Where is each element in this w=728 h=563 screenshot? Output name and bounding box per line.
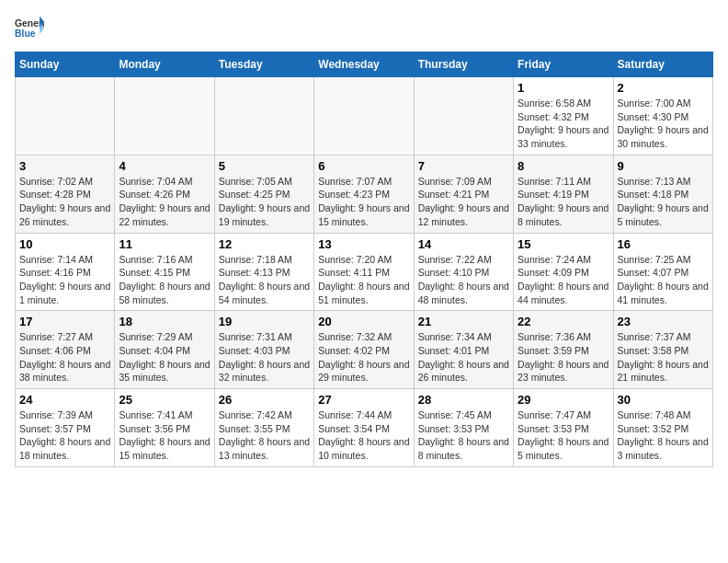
day-info: Sunrise: 7:45 AM Sunset: 3:53 PM Dayligh… bbox=[418, 408, 509, 463]
calendar-cell: 27Sunrise: 7:44 AM Sunset: 3:54 PM Dayli… bbox=[314, 389, 414, 467]
day-info: Sunrise: 7:05 AM Sunset: 4:25 PM Dayligh… bbox=[219, 175, 310, 229]
calendar-cell: 4Sunrise: 7:04 AM Sunset: 4:26 PM Daylig… bbox=[115, 155, 214, 233]
day-info: Sunrise: 7:04 AM Sunset: 4:26 PM Dayligh… bbox=[119, 175, 210, 229]
weekday-header-thursday: Thursday bbox=[414, 52, 513, 77]
day-number: 23 bbox=[618, 315, 709, 328]
day-number: 8 bbox=[518, 159, 609, 173]
day-number: 16 bbox=[618, 237, 709, 251]
day-number: 26 bbox=[219, 393, 310, 407]
day-number: 24 bbox=[19, 393, 110, 407]
day-info: Sunrise: 6:58 AM Sunset: 4:32 PM Dayligh… bbox=[518, 97, 609, 151]
page-header: General Blue bbox=[15, 15, 713, 40]
calendar-cell: 8Sunrise: 7:11 AM Sunset: 4:19 PM Daylig… bbox=[514, 155, 613, 233]
calendar-cell bbox=[16, 77, 115, 155]
weekday-header-monday: Monday bbox=[115, 52, 214, 77]
calendar-cell: 7Sunrise: 7:09 AM Sunset: 4:21 PM Daylig… bbox=[414, 155, 513, 233]
calendar-table: SundayMondayTuesdayWednesdayThursdayFrid… bbox=[15, 52, 713, 467]
calendar-cell: 11Sunrise: 7:16 AM Sunset: 4:15 PM Dayli… bbox=[115, 233, 214, 311]
calendar-cell: 15Sunrise: 7:24 AM Sunset: 4:09 PM Dayli… bbox=[514, 233, 613, 311]
logo: General Blue bbox=[15, 15, 44, 40]
day-number: 4 bbox=[119, 159, 210, 173]
calendar-cell: 28Sunrise: 7:45 AM Sunset: 3:53 PM Dayli… bbox=[414, 389, 513, 467]
calendar-body: 1Sunrise: 6:58 AM Sunset: 4:32 PM Daylig… bbox=[16, 77, 713, 467]
day-number: 20 bbox=[318, 315, 409, 328]
day-info: Sunrise: 7:42 AM Sunset: 3:55 PM Dayligh… bbox=[219, 408, 310, 463]
calendar-cell: 10Sunrise: 7:14 AM Sunset: 4:16 PM Dayli… bbox=[16, 233, 115, 311]
day-info: Sunrise: 7:39 AM Sunset: 3:57 PM Dayligh… bbox=[19, 408, 110, 463]
day-number: 9 bbox=[618, 159, 709, 173]
week-row: 17Sunrise: 7:27 AM Sunset: 4:06 PM Dayli… bbox=[16, 311, 713, 389]
calendar-cell: 2Sunrise: 7:00 AM Sunset: 4:30 PM Daylig… bbox=[613, 77, 712, 155]
week-row: 10Sunrise: 7:14 AM Sunset: 4:16 PM Dayli… bbox=[16, 233, 713, 311]
day-number: 6 bbox=[318, 159, 409, 173]
day-info: Sunrise: 7:13 AM Sunset: 4:18 PM Dayligh… bbox=[618, 175, 709, 229]
calendar-cell: 20Sunrise: 7:32 AM Sunset: 4:02 PM Dayli… bbox=[314, 311, 414, 389]
day-number: 3 bbox=[19, 159, 110, 173]
calendar-cell: 24Sunrise: 7:39 AM Sunset: 3:57 PM Dayli… bbox=[16, 389, 115, 467]
day-info: Sunrise: 7:20 AM Sunset: 4:11 PM Dayligh… bbox=[318, 253, 409, 307]
day-number: 11 bbox=[119, 237, 210, 251]
week-row: 3Sunrise: 7:02 AM Sunset: 4:28 PM Daylig… bbox=[16, 155, 713, 233]
calendar-cell: 26Sunrise: 7:42 AM Sunset: 3:55 PM Dayli… bbox=[214, 389, 313, 467]
day-number: 12 bbox=[219, 237, 310, 251]
day-number: 17 bbox=[19, 315, 110, 328]
week-row: 24Sunrise: 7:39 AM Sunset: 3:57 PM Dayli… bbox=[16, 389, 713, 467]
day-number: 14 bbox=[418, 237, 509, 251]
weekday-header-friday: Friday bbox=[514, 52, 613, 77]
day-info: Sunrise: 7:00 AM Sunset: 4:30 PM Dayligh… bbox=[618, 97, 709, 151]
day-info: Sunrise: 7:36 AM Sunset: 3:59 PM Dayligh… bbox=[518, 330, 609, 385]
day-number: 18 bbox=[119, 315, 210, 328]
day-number: 7 bbox=[418, 159, 509, 173]
day-info: Sunrise: 7:11 AM Sunset: 4:19 PM Dayligh… bbox=[518, 175, 609, 229]
day-info: Sunrise: 7:48 AM Sunset: 3:52 PM Dayligh… bbox=[618, 408, 709, 463]
day-info: Sunrise: 7:09 AM Sunset: 4:21 PM Dayligh… bbox=[418, 175, 509, 229]
day-number: 5 bbox=[219, 159, 310, 173]
calendar-cell: 9Sunrise: 7:13 AM Sunset: 4:18 PM Daylig… bbox=[613, 155, 712, 233]
calendar-header-row: SundayMondayTuesdayWednesdayThursdayFrid… bbox=[16, 52, 713, 77]
calendar-cell: 14Sunrise: 7:22 AM Sunset: 4:10 PM Dayli… bbox=[414, 233, 513, 311]
day-number: 2 bbox=[618, 81, 709, 95]
day-info: Sunrise: 7:14 AM Sunset: 4:16 PM Dayligh… bbox=[19, 253, 110, 307]
calendar-cell: 29Sunrise: 7:47 AM Sunset: 3:53 PM Dayli… bbox=[514, 389, 613, 467]
calendar-cell: 18Sunrise: 7:29 AM Sunset: 4:04 PM Dayli… bbox=[115, 311, 214, 389]
calendar-cell: 25Sunrise: 7:41 AM Sunset: 3:56 PM Dayli… bbox=[115, 389, 214, 467]
day-number: 30 bbox=[618, 393, 709, 407]
day-info: Sunrise: 7:25 AM Sunset: 4:07 PM Dayligh… bbox=[618, 253, 709, 307]
day-info: Sunrise: 7:34 AM Sunset: 4:01 PM Dayligh… bbox=[418, 330, 509, 385]
day-number: 10 bbox=[19, 237, 110, 251]
day-info: Sunrise: 7:22 AM Sunset: 4:10 PM Dayligh… bbox=[418, 253, 509, 307]
day-info: Sunrise: 7:47 AM Sunset: 3:53 PM Dayligh… bbox=[518, 408, 609, 463]
day-number: 28 bbox=[418, 393, 509, 407]
day-info: Sunrise: 7:41 AM Sunset: 3:56 PM Dayligh… bbox=[119, 408, 210, 463]
calendar-cell: 13Sunrise: 7:20 AM Sunset: 4:11 PM Dayli… bbox=[314, 233, 414, 311]
calendar-cell: 1Sunrise: 6:58 AM Sunset: 4:32 PM Daylig… bbox=[514, 77, 613, 155]
calendar-cell: 17Sunrise: 7:27 AM Sunset: 4:06 PM Dayli… bbox=[16, 311, 115, 389]
calendar-cell: 16Sunrise: 7:25 AM Sunset: 4:07 PM Dayli… bbox=[613, 233, 712, 311]
calendar-cell: 6Sunrise: 7:07 AM Sunset: 4:23 PM Daylig… bbox=[314, 155, 414, 233]
day-info: Sunrise: 7:18 AM Sunset: 4:13 PM Dayligh… bbox=[219, 253, 310, 307]
calendar-cell: 3Sunrise: 7:02 AM Sunset: 4:28 PM Daylig… bbox=[16, 155, 115, 233]
calendar-cell: 30Sunrise: 7:48 AM Sunset: 3:52 PM Dayli… bbox=[613, 389, 712, 467]
day-number: 25 bbox=[119, 393, 210, 407]
calendar-cell: 19Sunrise: 7:31 AM Sunset: 4:03 PM Dayli… bbox=[214, 311, 313, 389]
calendar-cell: 12Sunrise: 7:18 AM Sunset: 4:13 PM Dayli… bbox=[214, 233, 313, 311]
day-number: 19 bbox=[219, 315, 310, 328]
day-info: Sunrise: 7:32 AM Sunset: 4:02 PM Dayligh… bbox=[318, 330, 409, 385]
weekday-header-sunday: Sunday bbox=[16, 52, 115, 77]
svg-text:Blue: Blue bbox=[15, 29, 36, 39]
day-number: 1 bbox=[518, 81, 609, 95]
day-info: Sunrise: 7:31 AM Sunset: 4:03 PM Dayligh… bbox=[219, 330, 310, 385]
calendar-cell bbox=[314, 77, 414, 155]
day-info: Sunrise: 7:29 AM Sunset: 4:04 PM Dayligh… bbox=[119, 330, 210, 385]
calendar-cell bbox=[115, 77, 214, 155]
day-number: 13 bbox=[318, 237, 409, 251]
day-info: Sunrise: 7:16 AM Sunset: 4:15 PM Dayligh… bbox=[119, 253, 210, 307]
weekday-header-saturday: Saturday bbox=[613, 52, 712, 77]
calendar-cell: 22Sunrise: 7:36 AM Sunset: 3:59 PM Dayli… bbox=[514, 311, 613, 389]
day-info: Sunrise: 7:24 AM Sunset: 4:09 PM Dayligh… bbox=[518, 253, 609, 307]
weekday-header-tuesday: Tuesday bbox=[214, 52, 313, 77]
day-number: 15 bbox=[518, 237, 609, 251]
calendar-cell bbox=[214, 77, 313, 155]
day-number: 27 bbox=[318, 393, 409, 407]
calendar-cell bbox=[414, 77, 513, 155]
